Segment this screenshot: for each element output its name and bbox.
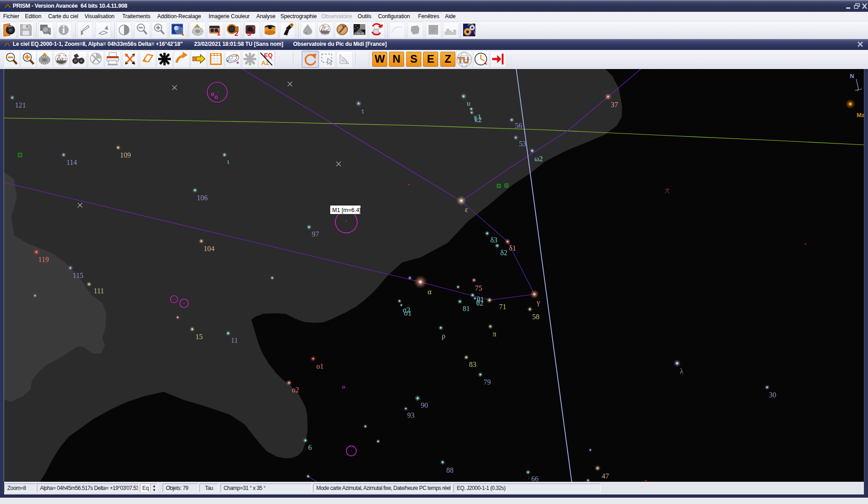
svg-text:M1 [m=6.4]: M1 [m=6.4] (332, 207, 361, 213)
svg-text:δ2: δ2 (500, 249, 508, 257)
svg-text:93: 93 (407, 411, 414, 419)
svg-text:θ2: θ2 (476, 299, 484, 307)
svg-text:53: 53 (519, 140, 526, 148)
svg-text:75: 75 (475, 284, 482, 292)
svg-text:90: 90 (421, 401, 428, 409)
svg-text:79: 79 (484, 378, 491, 386)
svg-text:56: 56 (515, 122, 522, 129)
svg-text:σ1: σ1 (404, 309, 412, 317)
svg-text:o1: o1 (316, 362, 324, 370)
svg-text:ρ: ρ (442, 332, 445, 340)
svg-text:ω2: ω2 (534, 155, 543, 163)
svg-text:109: 109 (120, 151, 131, 159)
svg-text:τ: τ (361, 107, 364, 115)
svg-text:3: 3 (247, 30, 251, 37)
svg-text:6: 6 (308, 444, 312, 451)
svg-text:47: 47 (602, 472, 609, 480)
svg-text:ε: ε (465, 206, 468, 213)
svg-text:Ma: Ma (857, 112, 864, 119)
svg-text:37: 37 (611, 101, 618, 109)
svg-text:κ2: κ2 (474, 116, 482, 124)
svg-text:114: 114 (66, 158, 77, 166)
svg-text:106: 106 (197, 194, 208, 202)
svg-text:υ: υ (467, 99, 470, 107)
svg-text:δ3: δ3 (490, 236, 498, 244)
svg-text:δ1: δ1 (509, 244, 516, 252)
svg-text:TU: TU (458, 55, 469, 65)
svg-text:o2: o2 (292, 386, 299, 394)
svg-text:97: 97 (312, 230, 319, 238)
svg-text:π: π (493, 330, 496, 338)
svg-text:N: N (850, 73, 854, 79)
svg-text:γ: γ (536, 298, 540, 306)
svg-text:ι: ι (227, 158, 229, 165)
svg-text:CALIB: CALIB (354, 31, 364, 35)
svg-text:81: 81 (463, 305, 470, 312)
svg-text:111: 111 (94, 287, 104, 295)
svg-text:15: 15 (195, 333, 203, 341)
svg-text:83: 83 (469, 361, 476, 368)
svg-text:α: α (428, 288, 432, 296)
svg-text:1: 1 (217, 29, 220, 37)
svg-text:88: 88 (446, 466, 454, 474)
svg-text:2: 2 (234, 30, 238, 37)
svg-text:115: 115 (73, 272, 83, 279)
svg-text:30: 30 (769, 391, 776, 399)
svg-text:66: 66 (531, 475, 539, 482)
svg-text:104: 104 (204, 245, 215, 252)
svg-text:119: 119 (38, 256, 49, 263)
svg-text:58: 58 (532, 313, 539, 321)
svg-text:71: 71 (499, 303, 506, 311)
svg-text:λ: λ (680, 367, 683, 375)
svg-text:121: 121 (15, 101, 26, 109)
svg-text:11: 11 (231, 336, 238, 344)
